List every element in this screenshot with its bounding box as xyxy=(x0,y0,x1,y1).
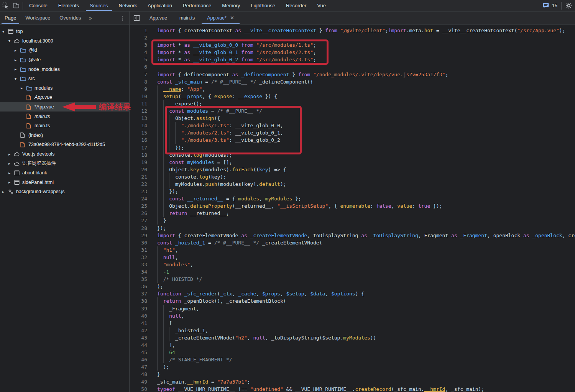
chevron-right-icon[interactable]: ▸ xyxy=(15,58,20,62)
line-number[interactable]: 45 xyxy=(130,349,147,356)
device-toolbar-icon[interactable] xyxy=(13,2,20,9)
line-number[interactable]: 11 xyxy=(130,100,147,107)
line-number[interactable]: 23 xyxy=(130,188,147,195)
chevron-right-icon[interactable]: ▸ xyxy=(21,86,26,90)
more-tabs-chevron-icon[interactable]: » xyxy=(86,11,95,24)
line-number[interactable]: 9 xyxy=(130,85,147,93)
line-number[interactable]: 42 xyxy=(130,327,147,334)
chevron-down-icon[interactable]: ▾ xyxy=(15,77,20,81)
navigator-tab-workspace[interactable]: Workspace xyxy=(21,11,55,24)
tree-item-@vite[interactable]: ▸@vite xyxy=(0,55,129,65)
tab-console[interactable]: Console xyxy=(24,0,53,11)
tab-sources[interactable]: Sources xyxy=(84,0,113,11)
navigator-tab-overrides[interactable]: Overrides xyxy=(55,11,85,24)
navigator-tab-page[interactable]: Page xyxy=(0,11,21,24)
tab-application[interactable]: Application xyxy=(142,0,177,11)
inspect-icon[interactable] xyxy=(2,2,9,9)
chevron-right-icon[interactable]: ▸ xyxy=(2,190,8,194)
chevron-right-icon[interactable]: ▸ xyxy=(8,180,14,184)
editor-tab-main.ts[interactable]: main.ts xyxy=(173,11,201,24)
line-number[interactable]: 40 xyxy=(130,312,147,320)
tree-item-localhost3000[interactable]: ▾localhost:3000 xyxy=(0,36,129,46)
tree-item-73a0eb98-8784-4ebd-a292-d11f2d5[interactable]: 73a0eb98-8784-4ebd-a292-d11f2d5 xyxy=(0,140,129,149)
code-editor[interactable]: 1import { createHotContext as __vite__cr… xyxy=(130,25,575,392)
line-number[interactable]: 46 xyxy=(130,356,147,363)
tab-elements[interactable]: Elements xyxy=(53,0,84,11)
tree-item-background-wrapper.js[interactable]: ▸background-wrapper.js xyxy=(0,187,129,197)
tab-network[interactable]: Network xyxy=(113,0,143,11)
line-number[interactable]: 19 xyxy=(130,159,147,166)
tab-performance[interactable]: Performance xyxy=(177,0,217,11)
line-number[interactable]: 41 xyxy=(130,320,147,327)
line-number[interactable]: 13 xyxy=(130,115,147,122)
line-number[interactable]: 39 xyxy=(130,305,147,312)
line-number[interactable]: 14 xyxy=(130,122,147,129)
line-number[interactable]: 15 xyxy=(130,129,147,136)
editor-tab-app.vue[interactable]: App.vue*✕ xyxy=(201,11,240,24)
line-number[interactable]: 12 xyxy=(130,107,147,115)
line-number[interactable]: 10 xyxy=(130,93,147,100)
line-number[interactable]: 38 xyxy=(130,297,147,305)
line-number[interactable]: 29 xyxy=(130,232,147,239)
line-number[interactable]: 44 xyxy=(130,341,147,349)
tree-item-[interactable]: ▸语雀浏览器插件 xyxy=(0,159,129,168)
line-number[interactable]: 1 xyxy=(130,27,147,34)
line-number[interactable]: 37 xyxy=(130,290,147,297)
chevron-right-icon[interactable]: ▸ xyxy=(15,67,20,71)
chevron-right-icon[interactable]: ▸ xyxy=(8,152,14,156)
tree-item-app.vue[interactable]: *App.vue xyxy=(0,102,129,112)
line-number[interactable]: 43 xyxy=(130,334,147,341)
tab-lighthouse[interactable]: Lighthouse xyxy=(245,0,281,11)
line-number[interactable]: 3 xyxy=(130,41,147,49)
tree-item-main.ts[interactable]: main.ts xyxy=(0,121,129,131)
line-number[interactable]: 31 xyxy=(130,246,147,254)
line-number[interactable]: 27 xyxy=(130,217,147,224)
line-number[interactable]: 30 xyxy=(130,239,147,246)
chevron-right-icon[interactable]: ▸ xyxy=(8,171,14,175)
line-number[interactable]: 33 xyxy=(130,261,147,268)
editor-tab-app.vue[interactable]: App.vue xyxy=(143,11,173,24)
chevron-right-icon[interactable]: ▸ xyxy=(15,48,20,52)
line-number[interactable]: 4 xyxy=(130,49,147,56)
line-number[interactable]: 6 xyxy=(130,63,147,71)
line-number[interactable]: 25 xyxy=(130,202,147,210)
line-number[interactable]: 21 xyxy=(130,173,147,180)
tree-item-vue.jsdevtools[interactable]: ▸Vue.js devtools xyxy=(0,149,129,159)
line-number[interactable]: 28 xyxy=(130,225,147,232)
line-number[interactable]: 36 xyxy=(130,283,147,290)
line-number[interactable]: 35 xyxy=(130,276,147,283)
settings-gear-icon[interactable] xyxy=(565,2,572,9)
line-number[interactable]: 16 xyxy=(130,136,147,144)
tree-item-src[interactable]: ▾src xyxy=(0,74,129,84)
line-number[interactable]: 50 xyxy=(130,385,147,392)
tree-item-index[interactable]: (index) xyxy=(0,131,129,140)
tree-item-modules[interactable]: ▸modules xyxy=(0,84,129,93)
messages-icon[interactable] xyxy=(543,3,549,8)
chevron-down-icon[interactable]: ▾ xyxy=(2,30,8,34)
line-number[interactable]: 49 xyxy=(130,378,147,385)
close-icon[interactable]: ✕ xyxy=(230,15,234,21)
line-number[interactable]: 24 xyxy=(130,195,147,202)
chevron-down-icon[interactable]: ▾ xyxy=(8,39,14,43)
line-number[interactable]: 22 xyxy=(130,180,147,188)
line-number[interactable]: 2 xyxy=(130,34,147,41)
line-number[interactable]: 5 xyxy=(130,56,147,63)
tree-item-app.vue[interactable]: App.vue xyxy=(0,93,129,102)
line-number[interactable]: 48 xyxy=(130,371,147,378)
chevron-right-icon[interactable]: ▸ xyxy=(8,161,14,166)
line-number[interactable]: 34 xyxy=(130,268,147,276)
toggle-navigator-icon[interactable] xyxy=(130,11,143,24)
line-number[interactable]: 26 xyxy=(130,210,147,217)
tab-recorder[interactable]: Recorder xyxy=(281,0,312,11)
line-number[interactable]: 20 xyxy=(130,166,147,173)
line-number[interactable]: 7 xyxy=(130,71,147,78)
line-number[interactable]: 47 xyxy=(130,363,147,371)
tree-item-node_modules[interactable]: ▸node_modules xyxy=(0,64,129,74)
tab-vue[interactable]: Vue xyxy=(312,0,331,11)
tree-item-@id[interactable]: ▸@id xyxy=(0,46,129,55)
tree-item-sidepanel.html[interactable]: ▸sidePanel.html xyxy=(0,178,129,187)
tab-memory[interactable]: Memory xyxy=(217,0,245,11)
tree-item-main.ts[interactable]: main.ts xyxy=(0,112,129,121)
tree-item-top[interactable]: ▾top xyxy=(0,27,129,36)
line-number[interactable]: 8 xyxy=(130,78,147,85)
